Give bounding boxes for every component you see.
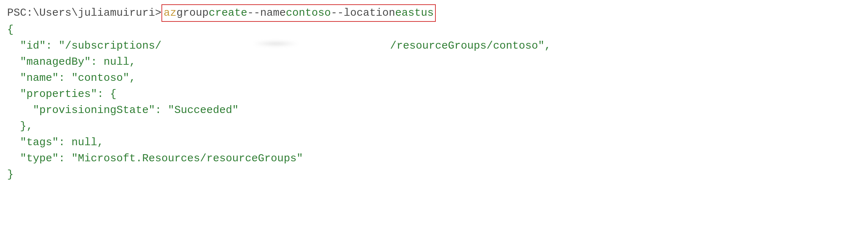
json-name: "name": "contoso", (7, 70, 861, 86)
json-managedby: "managedBy": null, (7, 54, 861, 70)
json-output: { "id": "/subscriptions/ /resourceGroups… (7, 22, 861, 183)
flag-location: --location (331, 5, 395, 21)
ps-prompt-prefix: PS (7, 5, 20, 21)
json-provisioning-state: "provisioningState": "Succeeded" (7, 102, 861, 118)
json-properties-close: }, (7, 118, 861, 134)
command-az: az (164, 5, 176, 21)
json-id-key: "id": "/subscriptions/ (7, 38, 161, 54)
json-brace-close: } (7, 167, 861, 183)
json-properties-open: "properties": { (7, 86, 861, 102)
command-highlight-box: az group create --name contoso --locatio… (161, 4, 436, 22)
command-line: PS C:\Users\juliamuiruri > az group crea… (7, 4, 861, 22)
ps-prompt-path: C:\Users\juliamuiruri (20, 5, 155, 21)
redacted-subscription-id (161, 39, 390, 49)
json-id-line: "id": "/subscriptions/ /resourceGroups/c… (7, 38, 861, 54)
json-tags: "tags": null, (7, 134, 861, 151)
flag-name: --name (247, 5, 286, 21)
terminal-output: PS C:\Users\juliamuiruri > az group crea… (7, 4, 861, 183)
json-brace-open: { (7, 22, 861, 38)
command-group: group (176, 5, 209, 21)
ps-prompt-suffix: > (155, 5, 161, 21)
json-id-tail: /resourceGroups/contoso", (390, 38, 551, 54)
json-type: "type": "Microsoft.Resources/resourceGro… (7, 151, 861, 167)
value-name: contoso (286, 5, 331, 21)
value-location: eastus (395, 5, 434, 21)
command-create: create (209, 5, 247, 21)
